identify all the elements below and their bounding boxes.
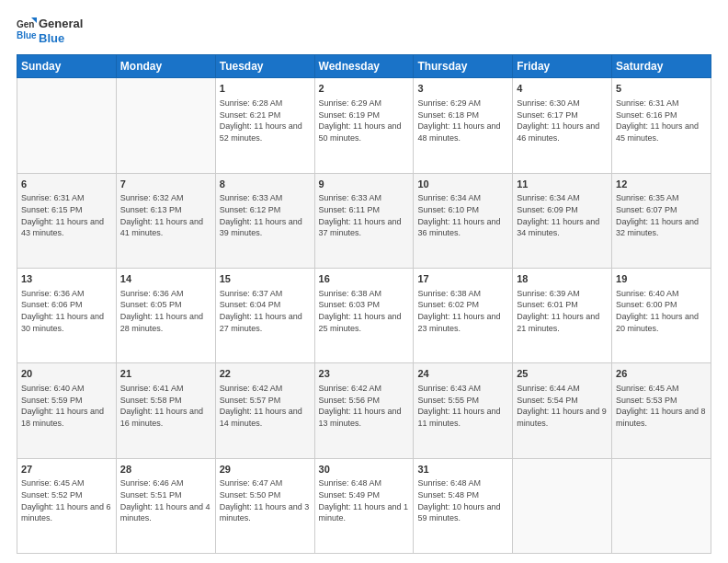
calendar-header-row: SundayMondayTuesdayWednesdayThursdayFrid…	[17, 55, 711, 78]
day-number: 23	[319, 367, 410, 381]
day-number: 28	[120, 463, 211, 477]
logo-shape-icon: Gen Blue	[17, 17, 37, 42]
day-number: 15	[220, 272, 311, 286]
day-number: 7	[120, 178, 211, 191]
day-number: 24	[417, 367, 508, 381]
calendar-day-cell: 12Sunrise: 6:35 AM Sunset: 6:07 PM Dayli…	[612, 173, 711, 268]
day-number: 1	[220, 82, 311, 96]
day-info: Sunrise: 6:42 AM Sunset: 5:57 PM Dayligh…	[220, 383, 311, 429]
day-info: Sunrise: 6:48 AM Sunset: 5:49 PM Dayligh…	[319, 477, 410, 523]
day-number: 12	[616, 178, 707, 191]
day-info: Sunrise: 6:39 AM Sunset: 6:01 PM Dayligh…	[517, 288, 608, 334]
day-number: 10	[417, 178, 508, 191]
calendar-day-cell: 7Sunrise: 6:32 AM Sunset: 6:13 PM Daylig…	[116, 173, 215, 268]
calendar-day-cell	[116, 78, 215, 173]
day-number: 20	[21, 367, 112, 381]
calendar-day-cell: 18Sunrise: 6:39 AM Sunset: 6:01 PM Dayli…	[513, 268, 612, 362]
day-number: 4	[517, 82, 608, 96]
calendar-day-cell: 9Sunrise: 6:33 AM Sunset: 6:11 PM Daylig…	[314, 173, 414, 268]
calendar-day-cell: 6Sunrise: 6:31 AM Sunset: 6:15 PM Daylig…	[17, 173, 117, 268]
day-info: Sunrise: 6:38 AM Sunset: 6:02 PM Dayligh…	[417, 288, 508, 334]
day-number: 5	[616, 82, 707, 96]
calendar-day-cell: 30Sunrise: 6:48 AM Sunset: 5:49 PM Dayli…	[314, 458, 414, 553]
day-number: 19	[616, 272, 707, 286]
day-number: 25	[517, 367, 608, 381]
calendar-day-cell: 25Sunrise: 6:44 AM Sunset: 5:54 PM Dayli…	[513, 363, 612, 458]
weekday-header: Saturday	[612, 55, 711, 78]
logo-general-text: General	[39, 17, 83, 31]
weekday-header: Thursday	[414, 55, 513, 78]
day-info: Sunrise: 6:40 AM Sunset: 5:59 PM Dayligh…	[21, 383, 112, 429]
day-info: Sunrise: 6:45 AM Sunset: 5:52 PM Dayligh…	[21, 477, 112, 523]
calendar-day-cell: 5Sunrise: 6:31 AM Sunset: 6:16 PM Daylig…	[612, 78, 711, 173]
weekday-header: Tuesday	[215, 55, 314, 78]
calendar-day-cell: 16Sunrise: 6:38 AM Sunset: 6:03 PM Dayli…	[314, 268, 414, 362]
day-info: Sunrise: 6:32 AM Sunset: 6:13 PM Dayligh…	[120, 192, 211, 238]
calendar-day-cell: 10Sunrise: 6:34 AM Sunset: 6:10 PM Dayli…	[414, 173, 513, 268]
day-number: 31	[417, 463, 508, 477]
day-number: 14	[120, 272, 211, 286]
day-info: Sunrise: 6:44 AM Sunset: 5:54 PM Dayligh…	[517, 383, 608, 429]
day-number: 22	[220, 367, 311, 381]
calendar-day-cell: 23Sunrise: 6:42 AM Sunset: 5:56 PM Dayli…	[314, 363, 414, 458]
day-number: 26	[616, 367, 707, 381]
day-info: Sunrise: 6:34 AM Sunset: 6:09 PM Dayligh…	[517, 192, 608, 238]
day-number: 6	[21, 178, 112, 191]
calendar-day-cell	[612, 458, 711, 553]
day-number: 27	[21, 463, 112, 477]
day-number: 30	[319, 463, 410, 477]
day-info: Sunrise: 6:43 AM Sunset: 5:55 PM Dayligh…	[417, 383, 508, 429]
logo: Gen Blue General Blue	[17, 17, 83, 45]
calendar-day-cell	[513, 458, 612, 553]
day-info: Sunrise: 6:48 AM Sunset: 5:48 PM Dayligh…	[417, 477, 508, 523]
weekday-header: Sunday	[17, 55, 117, 78]
calendar-week-row: 6Sunrise: 6:31 AM Sunset: 6:15 PM Daylig…	[17, 173, 711, 268]
day-info: Sunrise: 6:35 AM Sunset: 6:07 PM Dayligh…	[616, 192, 707, 238]
day-info: Sunrise: 6:33 AM Sunset: 6:11 PM Dayligh…	[319, 192, 410, 238]
calendar-day-cell	[17, 78, 117, 173]
day-number: 21	[120, 367, 211, 381]
day-info: Sunrise: 6:42 AM Sunset: 5:56 PM Dayligh…	[319, 383, 410, 429]
calendar-day-cell: 21Sunrise: 6:41 AM Sunset: 5:58 PM Dayli…	[116, 363, 215, 458]
calendar-day-cell: 20Sunrise: 6:40 AM Sunset: 5:59 PM Dayli…	[17, 363, 117, 458]
calendar-day-cell: 22Sunrise: 6:42 AM Sunset: 5:57 PM Dayli…	[215, 363, 314, 458]
calendar-week-row: 13Sunrise: 6:36 AM Sunset: 6:06 PM Dayli…	[17, 268, 711, 362]
calendar-day-cell: 1Sunrise: 6:28 AM Sunset: 6:21 PM Daylig…	[215, 78, 314, 173]
day-number: 29	[220, 463, 311, 477]
day-info: Sunrise: 6:46 AM Sunset: 5:51 PM Dayligh…	[120, 477, 211, 523]
calendar-day-cell: 13Sunrise: 6:36 AM Sunset: 6:06 PM Dayli…	[17, 268, 117, 362]
weekday-header: Wednesday	[314, 55, 414, 78]
logo-blue-text: Blue	[39, 31, 83, 46]
day-info: Sunrise: 6:28 AM Sunset: 6:21 PM Dayligh…	[220, 98, 311, 144]
day-info: Sunrise: 6:38 AM Sunset: 6:03 PM Dayligh…	[319, 288, 410, 334]
day-info: Sunrise: 6:31 AM Sunset: 6:16 PM Dayligh…	[616, 98, 707, 144]
calendar-day-cell: 15Sunrise: 6:37 AM Sunset: 6:04 PM Dayli…	[215, 268, 314, 362]
calendar-week-row: 1Sunrise: 6:28 AM Sunset: 6:21 PM Daylig…	[17, 78, 711, 173]
day-info: Sunrise: 6:37 AM Sunset: 6:04 PM Dayligh…	[220, 288, 311, 334]
calendar-table: SundayMondayTuesdayWednesdayThursdayFrid…	[17, 54, 711, 554]
weekday-header: Monday	[116, 55, 215, 78]
calendar-day-cell: 28Sunrise: 6:46 AM Sunset: 5:51 PM Dayli…	[116, 458, 215, 553]
day-info: Sunrise: 6:36 AM Sunset: 6:05 PM Dayligh…	[120, 288, 211, 334]
day-number: 17	[417, 272, 508, 286]
day-info: Sunrise: 6:34 AM Sunset: 6:10 PM Dayligh…	[417, 192, 508, 238]
calendar-day-cell: 11Sunrise: 6:34 AM Sunset: 6:09 PM Dayli…	[513, 173, 612, 268]
day-number: 3	[417, 82, 508, 96]
day-info: Sunrise: 6:31 AM Sunset: 6:15 PM Dayligh…	[21, 192, 112, 238]
calendar-week-row: 27Sunrise: 6:45 AM Sunset: 5:52 PM Dayli…	[17, 458, 711, 553]
calendar-day-cell: 4Sunrise: 6:30 AM Sunset: 6:17 PM Daylig…	[513, 78, 612, 173]
svg-text:Gen: Gen	[17, 19, 34, 29]
day-info: Sunrise: 6:36 AM Sunset: 6:06 PM Dayligh…	[21, 288, 112, 334]
day-number: 8	[220, 178, 311, 191]
calendar-day-cell: 27Sunrise: 6:45 AM Sunset: 5:52 PM Dayli…	[17, 458, 117, 553]
svg-text:Blue: Blue	[17, 30, 37, 40]
calendar-day-cell: 8Sunrise: 6:33 AM Sunset: 6:12 PM Daylig…	[215, 173, 314, 268]
day-info: Sunrise: 6:29 AM Sunset: 6:18 PM Dayligh…	[417, 98, 508, 144]
day-info: Sunrise: 6:47 AM Sunset: 5:50 PM Dayligh…	[220, 477, 311, 523]
calendar-day-cell: 26Sunrise: 6:45 AM Sunset: 5:53 PM Dayli…	[612, 363, 711, 458]
day-info: Sunrise: 6:33 AM Sunset: 6:12 PM Dayligh…	[220, 192, 311, 238]
day-info: Sunrise: 6:30 AM Sunset: 6:17 PM Dayligh…	[517, 98, 608, 144]
day-number: 16	[319, 272, 410, 286]
weekday-header: Friday	[513, 55, 612, 78]
header: Gen Blue General Blue	[17, 17, 711, 45]
